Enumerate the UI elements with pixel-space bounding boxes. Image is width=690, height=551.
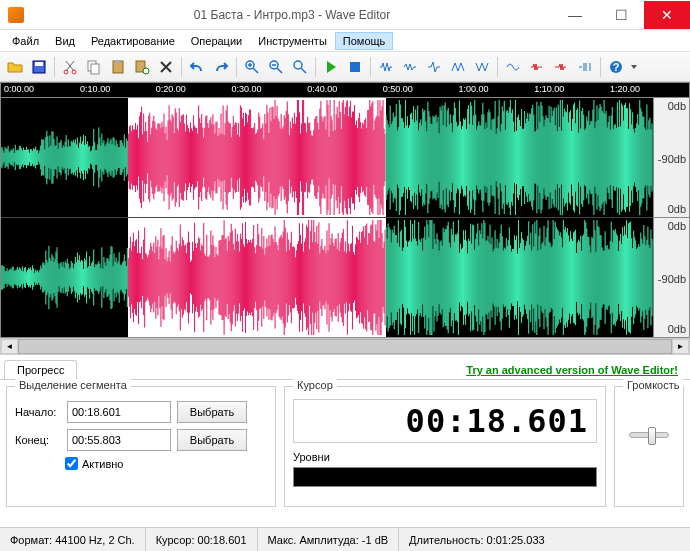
status-cursor: Курсор: 00:18.601 [146,528,258,551]
select-start-button[interactable]: Выбрать [177,401,247,423]
scroll-right-button[interactable]: ► [672,339,689,354]
effect7-icon[interactable] [526,56,548,78]
segment-title: Выделение сегмента [15,379,131,391]
zoom-out-icon[interactable] [265,56,287,78]
svg-rect-7 [115,60,121,63]
menu-help[interactable]: Помощь [335,32,394,50]
zoom-in-icon[interactable] [241,56,263,78]
db-label: -90db [658,273,686,285]
start-input[interactable] [67,401,171,423]
menu-file[interactable]: Файл [4,32,47,50]
levels-meter [293,467,597,487]
window-title: 01 Баста - Интро.mp3 - Wave Editor [32,8,552,22]
cursor-panel: Курсор 00:18.601 Уровни [284,386,606,507]
maximize-button[interactable]: ☐ [598,1,644,29]
status-amplitude: Макс. Амплитуда: -1 dB [258,528,400,551]
help-dropdown-icon[interactable] [629,56,639,78]
play-icon[interactable] [320,56,342,78]
menu-operations[interactable]: Операции [183,32,250,50]
ruler-tick: 1:10.00 [534,84,564,94]
statusbar: Формат: 44100 Hz, 2 Ch. Курсор: 00:18.60… [0,527,690,551]
ruler-tick: 0:30.00 [231,84,261,94]
ruler-tick: 0:50.00 [383,84,413,94]
db-label: -90db [658,153,686,165]
horizontal-scrollbar[interactable]: ◄ ► [0,338,690,355]
start-label: Начало: [15,406,61,418]
undo-icon[interactable] [186,56,208,78]
svg-point-9 [143,68,149,74]
stop-icon[interactable] [344,56,366,78]
levels-title: Уровни [293,451,597,463]
effect6-icon[interactable] [502,56,524,78]
waveform-left [1,98,653,217]
waveform-channel-right[interactable] [1,217,653,337]
minimize-button[interactable]: — [552,1,598,29]
waveform-area[interactable]: 0db -90db 0db 0db -90db 0db [0,98,690,338]
end-label: Конец: [15,434,61,446]
active-label: Активно [82,458,124,470]
ruler-tick: 0:10.00 [80,84,110,94]
cursor-title: Курсор [293,379,337,391]
effect5-icon[interactable] [471,56,493,78]
waveform-right [1,218,653,337]
effect3-icon[interactable] [423,56,445,78]
effect4-icon[interactable] [447,56,469,78]
svg-text:?: ? [613,61,620,73]
ruler-tick: 0:20.00 [156,84,186,94]
cut-icon[interactable] [59,56,81,78]
volume-slider[interactable] [623,405,675,465]
scroll-left-button[interactable]: ◄ [1,339,18,354]
effect8-icon[interactable] [550,56,572,78]
db-label: 0db [668,323,686,335]
scroll-thumb[interactable] [18,339,672,354]
segment-panel: Выделение сегмента Начало: Выбрать Конец… [6,386,276,507]
waveform-channel-left[interactable] [1,98,653,217]
tab-progress[interactable]: Прогресс [4,360,77,379]
ruler-tick: 1:00.00 [459,84,489,94]
svg-rect-13 [350,62,360,72]
copy-icon[interactable] [83,56,105,78]
paste-icon[interactable] [107,56,129,78]
redo-icon[interactable] [210,56,232,78]
menu-edit[interactable]: Редактирование [83,32,183,50]
status-format: Формат: 44100 Hz, 2 Ch. [0,528,146,551]
advanced-version-link[interactable]: Try an advanced version of Wave Editor! [458,361,686,379]
time-ruler[interactable]: 0:00.00 0:10.00 0:20.00 0:30.00 0:40.00 … [0,82,690,98]
db-label: 0db [668,220,686,232]
menubar: Файл Вид Редактирование Операции Инструм… [0,30,690,52]
app-icon [8,7,24,23]
ruler-tick: 1:20.00 [610,84,640,94]
db-label: 0db [668,100,686,112]
svg-rect-5 [91,64,99,74]
zoom-fit-icon[interactable] [289,56,311,78]
effect9-icon[interactable] [574,56,596,78]
effect2-icon[interactable] [399,56,421,78]
ruler-tick: 0:40.00 [307,84,337,94]
effect1-icon[interactable] [375,56,397,78]
active-checkbox[interactable] [65,457,78,470]
svg-rect-1 [35,62,43,66]
menu-tools[interactable]: Инструменты [250,32,335,50]
help-icon[interactable]: ? [605,56,627,78]
menu-view[interactable]: Вид [47,32,83,50]
ruler-tick: 0:00.00 [4,84,34,94]
db-label: 0db [668,203,686,215]
close-button[interactable]: ✕ [644,1,690,29]
open-icon[interactable] [4,56,26,78]
save-icon[interactable] [28,56,50,78]
paste-new-icon[interactable] [131,56,153,78]
select-end-button[interactable]: Выбрать [177,429,247,451]
volume-title: Громкость [623,379,683,391]
cursor-display: 00:18.601 [293,399,597,443]
delete-icon[interactable] [155,56,177,78]
status-duration: Длительность: 0:01:25.033 [399,528,555,551]
toolbar: ? [0,52,690,82]
end-input[interactable] [67,429,171,451]
svg-point-12 [294,61,302,69]
volume-panel: Громкость [614,386,684,507]
